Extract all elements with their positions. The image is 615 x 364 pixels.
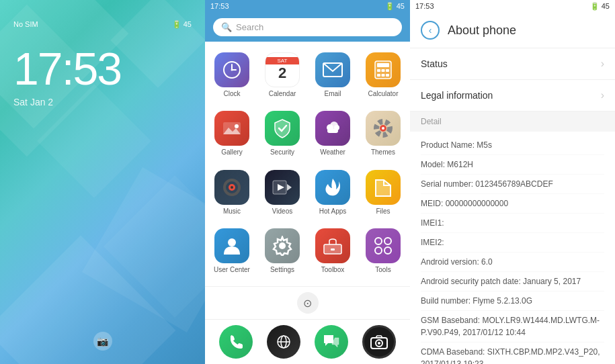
settings-label: Settings — [270, 266, 294, 273]
files-icon — [366, 170, 401, 205]
app-clock[interactable]: Clock — [208, 48, 255, 103]
search-icon: 🔍 — [221, 22, 232, 32]
about-header: ‹ About phone — [410, 13, 615, 48]
hotapps-icon — [315, 170, 350, 205]
calendar-label: Calendar — [269, 90, 296, 97]
hotapps-label: Hot Apps — [319, 208, 347, 215]
search-label: Search — [236, 22, 263, 32]
email-icon — [315, 52, 350, 87]
app-calendar[interactable]: SAT 2 Calendar — [259, 48, 306, 103]
app-files[interactable]: Files — [360, 166, 407, 221]
about-content: Status › Legal information › Detail Prod… — [410, 48, 615, 364]
about-panel: 17:53 🔋 45 ‹ About phone Status › Legal … — [410, 0, 615, 364]
back-button[interactable]: ‹ — [421, 21, 440, 40]
svg-rect-8 — [382, 69, 385, 72]
lock-date: Sat Jan 2 — [13, 97, 53, 107]
app-themes[interactable]: Themes — [360, 107, 407, 162]
lock-time: 17:53 — [13, 46, 121, 91]
app-videos[interactable]: Videos — [259, 166, 306, 221]
svg-rect-12 — [386, 74, 389, 77]
svg-rect-32 — [331, 248, 335, 251]
svg-rect-10 — [377, 74, 380, 77]
status-arrow: › — [601, 58, 604, 70]
lock-camera-icon[interactable]: 📷 — [93, 332, 112, 351]
about-title: About phone — [448, 24, 516, 38]
weather-icon — [315, 111, 350, 146]
app-email[interactable]: Email — [309, 48, 356, 103]
search-box[interactable]: 🔍 Search — [213, 18, 402, 36]
drawer-menu-btn[interactable]: ⊙ — [297, 292, 319, 314]
lock-carrier: No SIM — [13, 20, 38, 29]
themes-label: Themes — [371, 148, 395, 156]
clock-icon — [214, 52, 249, 87]
tools-icon — [366, 228, 401, 263]
app-weather[interactable]: Weather — [309, 107, 356, 162]
security-icon — [265, 111, 300, 146]
clock-label: Clock — [223, 90, 240, 97]
detail-imei2: IMEI2: — [421, 233, 604, 253]
app-tools[interactable]: Tools — [360, 224, 407, 279]
detail-cdma: CDMA Baseband: SIXTH.CBP.MD.MP2.V43_P20,… — [421, 343, 604, 364]
app-calculator[interactable]: Calculator — [360, 48, 407, 103]
calculator-icon — [366, 52, 401, 87]
svg-rect-6 — [377, 63, 389, 67]
security-label: Security — [270, 148, 294, 156]
themes-icon — [366, 111, 401, 146]
dock-row — [205, 319, 410, 364]
lock-battery: 🔋 45 — [172, 20, 192, 29]
svg-rect-9 — [386, 69, 389, 72]
music-label: Music — [223, 208, 241, 215]
dock-browser[interactable] — [267, 325, 300, 359]
app-hotapps[interactable]: Hot Apps — [309, 166, 356, 221]
detail-imei1: IMEI1: — [421, 214, 604, 233]
detail-android-version: Android version: 6.0 — [421, 253, 604, 272]
svg-rect-11 — [382, 74, 385, 77]
gallery-icon — [214, 111, 249, 146]
app-grid: Clock SAT 2 Calendar Email — [205, 42, 410, 286]
dock-phone[interactable] — [219, 325, 253, 359]
detail-gsm: GSM Baseband: MOLY.LR9.W1444.MD.LWTG.M-P… — [421, 311, 604, 343]
detail-section: Detail — [410, 111, 615, 132]
about-time: 17:53 — [415, 2, 434, 11]
legal-arrow: › — [601, 89, 604, 101]
app-music[interactable]: Music — [208, 166, 255, 221]
lock-screen: No SIM 🔋 45 17:53 Sat Jan 2 📷 — [0, 0, 205, 364]
app-usercenter[interactable]: User Center — [208, 224, 255, 279]
app-gallery[interactable]: Gallery — [208, 107, 255, 162]
toolbox-icon — [315, 228, 350, 263]
app-toolbox[interactable]: Toolbox — [309, 224, 356, 279]
app-security[interactable]: Security — [259, 107, 306, 162]
lock-status-bar: No SIM 🔋 45 — [13, 20, 192, 29]
svg-point-22 — [382, 127, 384, 130]
toolbox-label: Toolbox — [321, 266, 344, 273]
drawer-battery: 🔋 45 — [385, 2, 405, 11]
legal-label: Legal information — [421, 90, 493, 101]
detail-serial: Serial number: 0123456789ABCDEF — [421, 175, 604, 194]
videos-label: Videos — [272, 208, 292, 215]
svg-point-42 — [378, 342, 380, 345]
dock-camera[interactable] — [362, 325, 396, 359]
svg-point-29 — [228, 238, 236, 246]
svg-point-36 — [384, 247, 391, 254]
calendar-icon: SAT 2 — [265, 52, 300, 87]
app-settings[interactable]: Settings — [259, 224, 306, 279]
drawer-status-bar: 17:53 🔋 45 — [205, 0, 410, 13]
about-status-bar: 17:53 🔋 45 — [410, 0, 615, 13]
svg-point-34 — [384, 238, 391, 244]
status-row[interactable]: Status › — [410, 48, 615, 80]
drawer-search-container: 🔍 Search — [205, 13, 410, 42]
dock-messages[interactable] — [315, 325, 348, 359]
drawer-bottom: ⊙ — [205, 286, 410, 319]
gallery-label: Gallery — [221, 148, 243, 156]
svg-rect-19 — [327, 129, 338, 133]
settings-icon — [265, 228, 300, 263]
drawer-time: 17:53 — [210, 2, 229, 11]
svg-point-25 — [231, 186, 233, 189]
legal-row[interactable]: Legal information › — [410, 80, 615, 111]
music-icon — [214, 170, 249, 205]
svg-point-35 — [375, 247, 382, 254]
detail-product: Product Name: M5s — [421, 136, 604, 155]
svg-point-30 — [279, 242, 286, 249]
svg-point-3 — [231, 69, 233, 71]
detail-security-patch: Android security patch date: January 5, … — [421, 272, 604, 291]
